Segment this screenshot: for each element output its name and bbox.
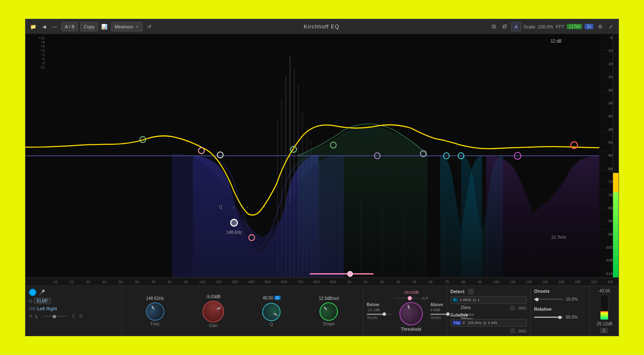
gain-group: -5.03dB Gain [202,294,224,328]
plugin-window: 📁 ◀ — A / B Copy 📊 Minimum ▼ ↺ Kirchhoff… [25,19,619,336]
copy-button[interactable]: Copy [80,22,98,31]
db-label-n12: -18 [599,62,613,66]
twox-badge[interactable]: 2x [585,24,593,29]
above-ratio-slider[interactable] [430,314,455,315]
svg-text:12 dB: 12 dB [551,39,562,43]
onsets-row: 10.0% [534,297,586,302]
detect-toggle[interactable] [468,289,474,294]
freq-20: 20 [64,280,80,284]
detect-f2-val: 155.5Hz [468,321,482,325]
relative-title: Relative [450,312,468,317]
freq-6k: 6k [423,280,439,284]
sc-toggle-1[interactable] [510,306,515,311]
vu-meter-fill [601,311,608,320]
freq-knob[interactable] [143,299,168,324]
freq-label: Freq [151,322,159,326]
eq-mode-tag[interactable]: ELMF [34,298,51,304]
above-ratio-thumb[interactable] [446,312,450,316]
ch-L[interactable]: L [34,314,39,319]
minimize-icon[interactable]: — [51,23,59,31]
ab-button[interactable]: A / B [61,22,78,31]
channel-slider[interactable] [43,316,68,317]
app-title: Kirchhoff EQ [304,23,339,30]
freq-200: 200 [210,280,227,284]
freq-scale: 10 20 30 40 50 60 70 80 90 100 200 300 4… [26,277,618,286]
sc-toggle-2[interactable] [510,328,515,333]
detect-q1-label: Q [473,298,476,302]
power-button[interactable] [29,289,36,296]
db-label-n18: -24 [599,75,613,79]
ch-C[interactable]: C [71,314,77,319]
db-label-n24: -30 [599,89,613,92]
svg-point-30 [291,147,296,152]
threshold-mini-thumb[interactable] [408,296,412,300]
expand-icon[interactable]: ⤢ [607,23,615,31]
db-label-n60: -66 [599,167,613,171]
c-badge[interactable]: C [600,328,608,333]
mode-button[interactable]: Minimum ▼ [111,22,143,31]
q-knob[interactable] [259,299,284,324]
threshold-knob[interactable] [396,299,426,329]
gear-icon[interactable]: ⚙ [596,23,604,31]
back-icon[interactable]: ◀ [40,23,48,31]
onsets-title: Onsets [534,289,586,294]
relative2-thumb[interactable] [558,316,562,319]
threshold-mini-slider[interactable] [394,298,420,299]
svg-text:Q: Q [219,205,222,209]
freq-group: 148.61Hz Freq [146,296,164,326]
freq-70: 70 [145,280,161,284]
clone-icon[interactable]: ⧉ [490,23,498,31]
svg-point-31 [330,142,336,148]
freq-16k: 16k [537,280,553,284]
a-button[interactable]: A [511,22,521,31]
eq-area[interactable]: Q ⌂ ♪ 148.6Hz 12 dB 16.7kHz -6 -12 -18 -… [26,34,618,277]
freq-300: 300 [227,280,243,284]
freq-1k: 1k [341,280,358,284]
freq-30: 30 [80,280,96,284]
db-label-n6: -12 [599,49,613,53]
refresh-icon[interactable]: ↺ [145,23,153,31]
sc-badge-2: S.C. [518,329,527,333]
vu-bar-right [613,34,618,277]
detect-f2-tag-label: F. [463,321,466,325]
freq-400: 400 [243,280,259,284]
onsets-slider[interactable] [534,299,563,300]
onsets-thumb[interactable] [535,298,539,301]
d-badge[interactable]: D [274,296,281,300]
threshold-db: -20.52dB [404,290,419,294]
db-label-n90: -96 [599,233,613,236]
threshold-label: Threshold [401,327,421,332]
chart-icon[interactable]: 📊 [100,23,109,31]
eq-mode-icon: ◇ [29,298,32,304]
lr-icon: ◇◇ [29,306,36,311]
detect-flat-tag: Flat [452,321,461,325]
below-ratio-slider[interactable] [367,314,392,315]
freq-30k: 30k [602,280,618,284]
relative2-slider[interactable] [534,317,563,318]
svg-point-34 [443,153,449,159]
sc-row-1: S.C. [450,306,527,311]
db-label-n72: -78 [599,193,613,197]
q-group: 40.00 D Q [262,296,281,327]
close-panel-icon[interactable]: ✕ [29,314,33,319]
freq-5k: 5k [406,280,423,284]
svg-text:148.6Hz: 148.6Hz [226,230,242,235]
freq-7k: 7k [439,280,455,284]
svg-point-35 [458,153,464,159]
shape-knob[interactable] [316,298,342,324]
shape-label: Shape [323,322,335,326]
db-label-n54: -60 [599,154,613,157]
bit-badge[interactable]: 117bit [567,24,582,29]
gain-knob[interactable] [198,297,228,326]
bottom-controls: 🎤 ◇ ELMF ◇◇ Left Right ✕ L C R [26,286,618,336]
freq-500: 500 [259,280,276,284]
channel-selector: ✕ L C R [29,314,118,319]
phase-icon[interactable]: Ø [501,23,509,31]
ch-R[interactable]: R [78,314,84,319]
below-ratio-thumb[interactable] [383,312,386,316]
folder-icon[interactable]: 📁 [29,23,37,31]
lr-tag[interactable]: Left Right [37,306,57,311]
freq-800: 800 [309,280,325,284]
scale-text: Scale: 100.0% [524,24,553,29]
sc-row-2: S.C. [450,328,527,333]
